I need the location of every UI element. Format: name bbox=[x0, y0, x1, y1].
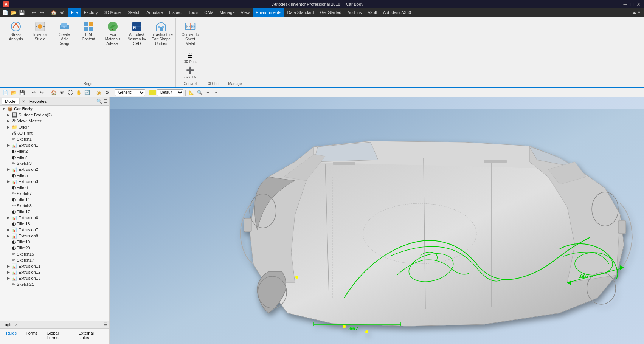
tree-item-sketch8[interactable]: ✏ Sketch8 bbox=[0, 203, 109, 209]
menu-annotate[interactable]: Annotate bbox=[143, 8, 166, 17]
expand-arrow-extrusion1[interactable]: ▶ bbox=[6, 143, 11, 147]
eco-materials-button[interactable]: Eco Materials Adviser bbox=[101, 20, 124, 47]
nastran-button[interactable]: N Autodesk Nastran In-CAD bbox=[126, 20, 148, 47]
expand-arrow-view[interactable]: ▶ bbox=[6, 119, 11, 123]
tb-measure-btn[interactable]: 📐 bbox=[188, 89, 195, 96]
tree-item-extrusion3[interactable]: ▶ 📊 Extrusion3 bbox=[0, 178, 109, 184]
tree-item-extrusion8[interactable]: ▶ 📊 Extrusion8 bbox=[0, 233, 109, 239]
rules-tab[interactable]: Rules bbox=[3, 330, 20, 341]
tree-item-sketch3[interactable]: ✏ Sketch3 bbox=[0, 160, 109, 166]
global-forms-tab[interactable]: Global Forms bbox=[43, 330, 72, 341]
menu-autodesk-a360[interactable]: Autodesk A360 bbox=[380, 8, 414, 17]
qat-open-button[interactable]: 📂 bbox=[10, 9, 17, 16]
tree-item-sketch1[interactable]: ✏ Sketch1 bbox=[0, 136, 109, 142]
expand-arrow-origin[interactable]: ▶ bbox=[6, 125, 11, 129]
tb-properties-btn[interactable]: ⚙ bbox=[103, 89, 111, 96]
stress-analysis-button[interactable]: Stress Analysis bbox=[5, 20, 27, 42]
ilogic-menu-icon[interactable]: ☰ bbox=[104, 322, 108, 327]
tree-item-fillet20[interactable]: ◐ Fillet20 bbox=[0, 245, 109, 251]
model-tab[interactable]: Model bbox=[2, 98, 20, 105]
menu-add-ins[interactable]: Add-Ins bbox=[345, 8, 365, 17]
qat-look-at-button[interactable]: 👁 bbox=[58, 9, 66, 16]
style-selector[interactable]: Generic bbox=[115, 89, 145, 96]
tb-new-btn[interactable]: 📄 bbox=[2, 89, 9, 96]
menu-vault[interactable]: Vault bbox=[365, 8, 380, 17]
expand-arrow-extrusion11[interactable]: ▶ bbox=[6, 264, 11, 268]
qat-undo-button[interactable]: ↩ bbox=[30, 9, 37, 16]
tree-item-sketch7[interactable]: ✏ Sketch7 bbox=[0, 191, 109, 197]
model-tab-close[interactable]: ✕ bbox=[22, 99, 25, 104]
menu-view[interactable]: View bbox=[238, 8, 253, 17]
tree-item-fillet6[interactable]: ◐ Fillet6 bbox=[0, 184, 109, 191]
tree-item-surface-bodies[interactable]: ▶ 🔲 Surface Bodies(2) bbox=[0, 112, 109, 118]
close-button[interactable]: ✕ bbox=[636, 1, 641, 7]
add-ins-button[interactable]: ➕ Add-Ins bbox=[183, 65, 198, 79]
tb-home-btn[interactable]: 🏠 bbox=[50, 89, 57, 96]
tb-rotate-btn[interactable]: 🔄 bbox=[83, 89, 91, 96]
ilogic-tab-label[interactable]: iLogic bbox=[2, 322, 12, 327]
tb-save-btn[interactable]: 💾 bbox=[18, 89, 26, 96]
tree-item-fillet2[interactable]: ◐ Fillet2 bbox=[0, 148, 109, 154]
account-button[interactable]: ▾ bbox=[638, 10, 640, 15]
menu-cam[interactable]: CAM bbox=[201, 8, 216, 17]
tree-item-fillet11[interactable]: ◐ Fillet11 bbox=[0, 197, 109, 203]
tb-minus-btn[interactable]: － bbox=[213, 89, 220, 96]
qat-redo-button[interactable]: ↪ bbox=[38, 9, 46, 16]
menu-environments[interactable]: Environments bbox=[253, 8, 284, 17]
qat-save-button[interactable]: 💾 bbox=[18, 9, 26, 16]
tb-pan-btn[interactable]: ✋ bbox=[75, 89, 82, 96]
favorites-tab[interactable]: Favorites bbox=[26, 98, 50, 104]
tree-item-fillet17[interactable]: ◐ Fillet17 bbox=[0, 209, 109, 215]
tree-item-origin[interactable]: ▶ 📁 Origin bbox=[0, 124, 109, 130]
infrastructure-button[interactable]: Infrastructure Part Shape Utilities bbox=[150, 20, 172, 47]
qat-home-button[interactable]: 🏠 bbox=[50, 9, 57, 16]
tb-look-at-btn[interactable]: 👁 bbox=[58, 89, 66, 96]
tree-item-fillet4[interactable]: ◐ Fillet4 bbox=[0, 154, 109, 160]
menu-factory[interactable]: Factory bbox=[81, 8, 101, 17]
tree-item-fillet19[interactable]: ◐ Fillet19 bbox=[0, 239, 109, 245]
expand-arrow-surface[interactable]: ▶ bbox=[6, 113, 11, 117]
tb-redo-btn[interactable]: ↪ bbox=[38, 89, 46, 96]
minimize-button[interactable]: ─ bbox=[624, 1, 627, 7]
cloud-sync-button[interactable]: ☁ bbox=[632, 10, 636, 15]
tb-appearance-btn[interactable]: ◉ bbox=[95, 89, 102, 96]
menu-3dmodel[interactable]: 3D Model bbox=[101, 8, 124, 17]
viewport[interactable]: .667 .667 ~ X bbox=[110, 97, 644, 344]
panel-menu-icon[interactable]: ☰ bbox=[104, 99, 108, 104]
expand-arrow-extrusion8[interactable]: ▶ bbox=[6, 234, 11, 238]
tb-color-btn[interactable] bbox=[149, 90, 156, 95]
menu-file[interactable]: File bbox=[68, 8, 81, 17]
tree-item-3dprint[interactable]: ▶ 🖨 3D Print bbox=[0, 130, 109, 136]
tree-item-extrusion12[interactable]: ▶ 📊 Extrusion12 bbox=[0, 269, 109, 275]
menu-inspect[interactable]: Inspect bbox=[166, 8, 185, 17]
expand-arrow-car-body[interactable]: ▼ bbox=[2, 107, 6, 111]
ilogic-close[interactable]: ✕ bbox=[15, 323, 18, 327]
tb-zoom-fit-btn[interactable]: ⛶ bbox=[67, 89, 74, 96]
inventor-studio-button[interactable]: Inventor Studio bbox=[29, 20, 51, 42]
expand-arrow-extrusion6[interactable]: ▶ bbox=[6, 215, 11, 220]
tree-item-sketch15[interactable]: ✏ Sketch15 bbox=[0, 251, 109, 257]
tree-item-fillet18[interactable]: ◐ Fillet18 bbox=[0, 221, 109, 227]
tree-item-extrusion13[interactable]: ▶ 📊 Extrusion13 bbox=[0, 275, 109, 281]
menu-sketch[interactable]: Sketch bbox=[125, 8, 144, 17]
expand-arrow-extrusion7[interactable]: ▶ bbox=[6, 228, 11, 232]
menu-manage[interactable]: Manage bbox=[217, 8, 238, 17]
tree-item-extrusion6[interactable]: ▶ 📊 Extrusion6 bbox=[0, 215, 109, 221]
menu-data-standard[interactable]: Data Standard bbox=[284, 8, 317, 17]
tree-item-extrusion11[interactable]: ▶ 📊 Extrusion11 bbox=[0, 263, 109, 269]
qat-new-button[interactable]: 📄 bbox=[2, 9, 9, 16]
3d-print-button[interactable]: 🖨 3D Print bbox=[183, 50, 198, 64]
tree-item-car-body[interactable]: ▼ 📦 Car Body bbox=[0, 106, 109, 112]
menu-tools[interactable]: Tools bbox=[186, 8, 202, 17]
tree-item-sketch21[interactable]: ✏ Sketch21 bbox=[0, 281, 109, 287]
expand-arrow-extrusion3[interactable]: ▶ bbox=[6, 179, 11, 184]
expand-arrow-extrusion13[interactable]: ▶ bbox=[6, 276, 11, 280]
tb-plus-btn[interactable]: ＋ bbox=[204, 89, 212, 96]
tree-item-sketch17[interactable]: ✏ Sketch17 bbox=[0, 257, 109, 263]
tree-item-extrusion7[interactable]: ▶ 📊 Extrusion7 bbox=[0, 227, 109, 233]
tree-item-extrusion2[interactable]: ▶ 📊 Extrusion2 bbox=[0, 166, 109, 172]
external-rules-tab[interactable]: External Rules bbox=[76, 330, 106, 341]
tb-analyze-btn[interactable]: 🔍 bbox=[196, 89, 203, 96]
material-selector[interactable]: Default bbox=[157, 89, 183, 96]
convert-sheet-metal-button[interactable]: Convert to Sheet Metal bbox=[179, 20, 202, 47]
